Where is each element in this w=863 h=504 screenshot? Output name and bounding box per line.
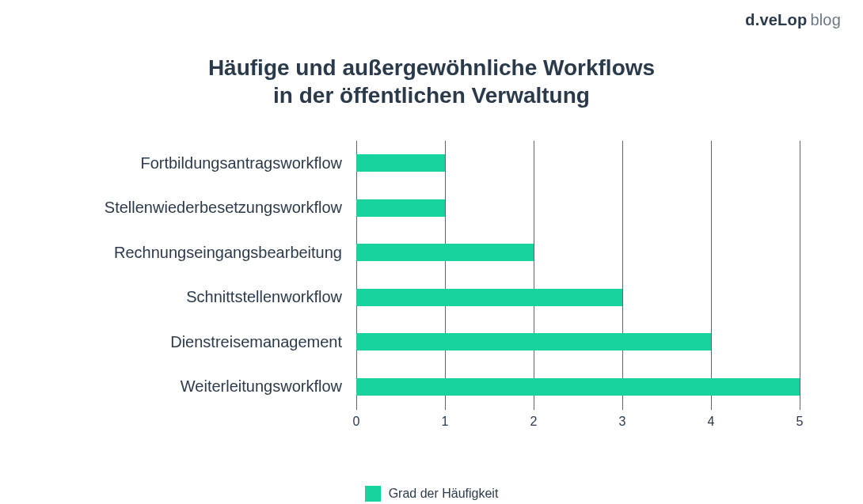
legend-label: Grad der Häufigkeit bbox=[389, 487, 499, 501]
chart-area: FortbildungsantragsworkflowStellenwieder… bbox=[63, 141, 800, 441]
page: d.veLopblog Häufige und außergewöhnliche… bbox=[0, 0, 863, 504]
bar-row bbox=[356, 186, 800, 231]
bar bbox=[356, 289, 622, 306]
brand-bold: d.veLop bbox=[745, 11, 807, 28]
bar-row bbox=[356, 230, 800, 275]
bar bbox=[356, 333, 711, 351]
x-axis: 012345 bbox=[356, 415, 800, 432]
category-label: Fortbildungsantragsworkflow bbox=[63, 141, 356, 186]
bar-row bbox=[356, 275, 800, 320]
category-label: Dienstreisemanagement bbox=[63, 320, 356, 365]
bar bbox=[356, 154, 445, 172]
category-label: Stellenwiederbesetzungsworkflow bbox=[63, 186, 356, 231]
brand-light: blog bbox=[810, 11, 841, 28]
title-line-2: in der öffentlichen Verwaltung bbox=[24, 81, 839, 109]
bar-row bbox=[356, 141, 800, 186]
bar-row bbox=[356, 365, 800, 410]
legend: Grad der Häufigkeit bbox=[24, 486, 839, 502]
bars-container bbox=[356, 141, 800, 410]
bar bbox=[356, 199, 445, 217]
x-tick-label: 1 bbox=[442, 415, 449, 429]
bar bbox=[356, 378, 800, 396]
x-tick-label: 5 bbox=[796, 415, 804, 429]
bar bbox=[356, 244, 534, 261]
x-tick-label: 4 bbox=[708, 415, 715, 429]
category-label: Rechnungseingangsbearbeitung bbox=[63, 230, 356, 275]
category-label: Weiterleitungsworkflow bbox=[63, 365, 356, 410]
brand-logo: d.veLopblog bbox=[745, 11, 841, 29]
title-line-1: Häufige und außergewöhnliche Workflows bbox=[24, 54, 839, 81]
category-label: Schnittstellenworkflow bbox=[63, 275, 356, 320]
legend-swatch bbox=[365, 486, 381, 502]
bar-row bbox=[356, 320, 800, 365]
y-axis-labels: FortbildungsantragsworkflowStellenwieder… bbox=[63, 141, 356, 441]
chart-title: Häufige und außergewöhnliche Workflows i… bbox=[24, 54, 839, 109]
gridline bbox=[800, 141, 800, 410]
x-tick-label: 3 bbox=[619, 415, 626, 429]
x-tick-label: 0 bbox=[353, 415, 360, 429]
plot-area: 012345 bbox=[356, 141, 800, 410]
x-tick-label: 2 bbox=[530, 415, 538, 429]
